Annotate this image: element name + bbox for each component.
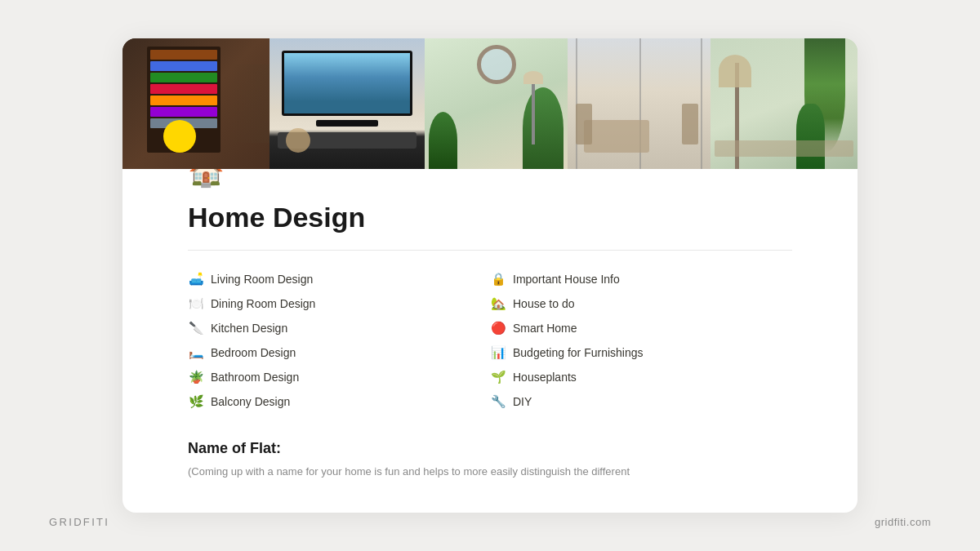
page-wrapper: GRIDFITI gridfiti.com: [0, 0, 980, 551]
link-emoji: 📊: [490, 345, 506, 360]
link-item-left[interactable]: 🍽️Dining Room Design: [188, 291, 490, 316]
header-img-5: [710, 38, 858, 169]
links-grid: 🛋️Living Room Design🍽️Dining Room Design…: [188, 267, 792, 414]
link-text: Living Room Design: [211, 273, 313, 286]
link-emoji: 🔴: [490, 321, 506, 335]
link-emoji: 🪴: [188, 370, 204, 384]
link-text: Bathroom Design: [211, 371, 299, 384]
link-text: DIY: [513, 395, 532, 408]
link-item-right[interactable]: 🌱Houseplants: [490, 365, 792, 389]
divider: [188, 250, 792, 251]
notion-card: 🏠 Home Design 🛋️Living Room Design🍽️Dini…: [122, 38, 858, 513]
link-item-left[interactable]: 🌿Balcony Design: [188, 389, 490, 414]
link-text: Houseplants: [513, 371, 577, 384]
link-emoji: 🏡: [490, 296, 506, 311]
header-img-4: [568, 38, 710, 169]
link-item-right[interactable]: 🏡House to do: [490, 291, 792, 316]
link-text: Smart Home: [513, 322, 577, 335]
link-emoji: 🔪: [188, 321, 204, 335]
link-text: Important House Info: [513, 273, 620, 286]
link-text: Balcony Design: [211, 395, 290, 408]
link-item-right[interactable]: 🔧DIY: [490, 389, 792, 414]
links-left-col: 🛋️Living Room Design🍽️Dining Room Design…: [188, 267, 490, 414]
link-emoji: 🔧: [490, 394, 506, 409]
link-text: Kitchen Design: [211, 322, 287, 335]
link-emoji: 🔒: [490, 272, 506, 287]
link-item-left[interactable]: 🔪Kitchen Design: [188, 316, 490, 340]
header-img-3: [425, 38, 568, 169]
link-text: Bedroom Design: [211, 346, 296, 359]
link-emoji: 🌿: [188, 394, 204, 409]
link-text: House to do: [513, 297, 575, 310]
link-emoji: 🛋️: [188, 272, 204, 287]
link-emoji: 🛏️: [188, 345, 204, 360]
section-subtitle: (Coming up with a name for your home is …: [188, 464, 792, 480]
link-emoji: 🌱: [490, 370, 506, 384]
header-img-2: [270, 38, 425, 169]
flat-section: Name of Flat: (Coming up with a name for…: [188, 440, 792, 480]
link-item-right[interactable]: 🔴Smart Home: [490, 316, 792, 340]
header-images: [122, 38, 858, 169]
link-emoji: 🍽️: [188, 296, 204, 311]
content-area: 🏠 Home Design 🛋️Living Room Design🍽️Dini…: [122, 154, 858, 513]
page-title: Home Design: [188, 202, 792, 233]
branding-left: GRIDFITI: [49, 516, 109, 528]
header-img-1: [122, 38, 270, 169]
link-text: Budgeting for Furnishings: [513, 346, 644, 359]
link-item-left[interactable]: 🛏️Bedroom Design: [188, 340, 490, 365]
link-text: Dining Room Design: [211, 297, 315, 310]
branding-right: gridfiti.com: [875, 516, 931, 528]
section-title: Name of Flat:: [188, 440, 792, 457]
link-item-right[interactable]: 🔒Important House Info: [490, 267, 792, 291]
link-item-right[interactable]: 📊Budgeting for Furnishings: [490, 340, 792, 365]
link-item-left[interactable]: 🪴Bathroom Design: [188, 365, 490, 389]
links-right-col: 🔒Important House Info🏡House to do🔴Smart …: [490, 267, 792, 414]
link-item-left[interactable]: 🛋️Living Room Design: [188, 267, 490, 291]
